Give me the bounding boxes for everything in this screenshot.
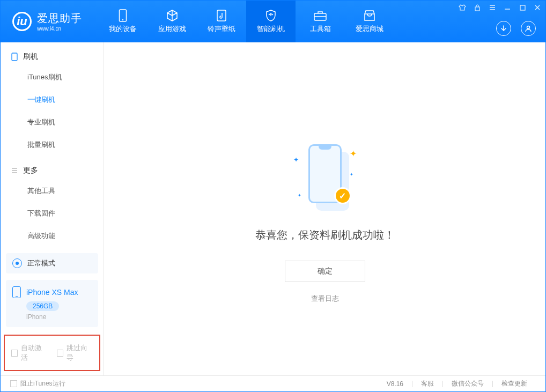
shirt-icon[interactable]: [459, 4, 466, 11]
phone-small-icon: [11, 53, 18, 61]
hamburger-icon: [11, 168, 18, 173]
svg-rect-5: [520, 5, 525, 10]
mode-icon: [12, 258, 22, 268]
sidebar-item-onekey-flash[interactable]: 一键刷机: [1, 88, 104, 111]
success-message: 恭喜您，保资料刷机成功啦！: [255, 228, 395, 242]
check-badge-icon: ✓: [334, 187, 351, 204]
sidebar-section-flash: 刷机: [1, 42, 104, 66]
sidebar-section-more: 更多: [1, 156, 104, 180]
footer-wechat-link[interactable]: 微信公众号: [443, 379, 492, 388]
device-icon: [115, 9, 130, 22]
device-name: iPhone XS Max: [26, 288, 78, 297]
app-name-cn: 爱思助手: [37, 11, 82, 26]
nav-tab-apps[interactable]: 应用游戏: [147, 1, 197, 42]
mode-box[interactable]: 正常模式: [6, 253, 98, 273]
device-box[interactable]: iPhone XS Max 256GB iPhone: [6, 280, 98, 327]
footer-update-link[interactable]: 检查更新: [493, 379, 536, 388]
svg-rect-4: [475, 7, 479, 11]
nav-tab-toolbox[interactable]: 工具箱: [296, 1, 345, 42]
checkbox-icon: [10, 380, 17, 387]
mode-label: 正常模式: [27, 258, 55, 268]
shield-icon: [263, 9, 278, 22]
success-illustration: ✦ ✦ ✦ ✦ ✓: [301, 144, 349, 208]
main-content: ✦ ✦ ✦ ✦ ✓ 恭喜您，保资料刷机成功啦！ 确定 查看日志: [104, 42, 545, 375]
logo-area: iu 爱思助手 www.i4.cn: [1, 1, 94, 42]
nav-tab-mydevice[interactable]: 我的设备: [98, 1, 147, 42]
device-capacity-badge: 256GB: [26, 301, 59, 311]
menu-icon[interactable]: [489, 4, 496, 11]
sidebar-item-other-tools[interactable]: 其他工具: [1, 180, 104, 202]
close-icon[interactable]: [534, 4, 541, 11]
header-right-icons: [496, 21, 536, 36]
download-icon[interactable]: [496, 21, 511, 36]
checkbox-icon: [57, 350, 63, 357]
sidebar-item-advanced[interactable]: 高级功能: [1, 225, 104, 247]
minimize-icon[interactable]: [504, 4, 511, 11]
footer: 阻止iTunes运行 V8.16 客服 微信公众号 检查更新: [1, 375, 545, 391]
user-icon[interactable]: [521, 21, 536, 36]
checkbox-skip-guide[interactable]: 跳过向导: [57, 343, 93, 363]
logo-icon: iu: [12, 12, 32, 31]
highlighted-options-row: 自动激活 跳过向导: [4, 335, 100, 371]
sidebar-item-batch-flash[interactable]: 批量刷机: [1, 134, 104, 156]
version-label: V8.16: [378, 380, 412, 388]
sidebar-item-pro-flash[interactable]: 专业刷机: [1, 111, 104, 134]
nav-tabs: 我的设备 应用游戏 铃声壁纸 智能刷机 工具箱 爱思商城: [98, 1, 394, 42]
nav-tab-store[interactable]: 爱思商城: [345, 1, 394, 42]
sidebar-item-download-firmware[interactable]: 下载固件: [1, 202, 104, 225]
app-name-en: www.i4.cn: [37, 26, 82, 32]
nav-tab-flash[interactable]: 智能刷机: [246, 1, 296, 42]
checkbox-block-itunes[interactable]: 阻止iTunes运行: [10, 379, 65, 388]
nav-tab-ringtones[interactable]: 铃声壁纸: [197, 1, 246, 42]
svg-point-1: [122, 19, 123, 20]
checkbox-icon: [11, 350, 18, 357]
view-log-link[interactable]: 查看日志: [311, 294, 339, 304]
svg-rect-2: [217, 10, 226, 21]
maximize-icon[interactable]: [519, 4, 526, 11]
sidebar: 刷机 iTunes刷机 一键刷机 专业刷机 批量刷机 更多 其他工具 下载固件 …: [1, 42, 104, 375]
lock-icon[interactable]: [474, 4, 481, 11]
cube-icon: [165, 9, 180, 22]
svg-rect-7: [12, 53, 17, 61]
window-controls: [459, 4, 541, 11]
device-type: iPhone: [26, 313, 92, 321]
ok-button[interactable]: 确定: [285, 261, 365, 282]
toolbox-icon: [313, 9, 328, 22]
store-icon: [362, 9, 377, 22]
music-icon: [214, 9, 229, 22]
checkbox-auto-activate[interactable]: 自动激活: [11, 343, 47, 363]
footer-support-link[interactable]: 客服: [412, 379, 442, 388]
device-phone-icon: [12, 286, 21, 298]
svg-point-6: [527, 26, 530, 29]
header: iu 爱思助手 www.i4.cn 我的设备 应用游戏 铃声壁纸 智能刷机: [1, 1, 545, 42]
sidebar-item-itunes-flash[interactable]: iTunes刷机: [1, 66, 104, 88]
